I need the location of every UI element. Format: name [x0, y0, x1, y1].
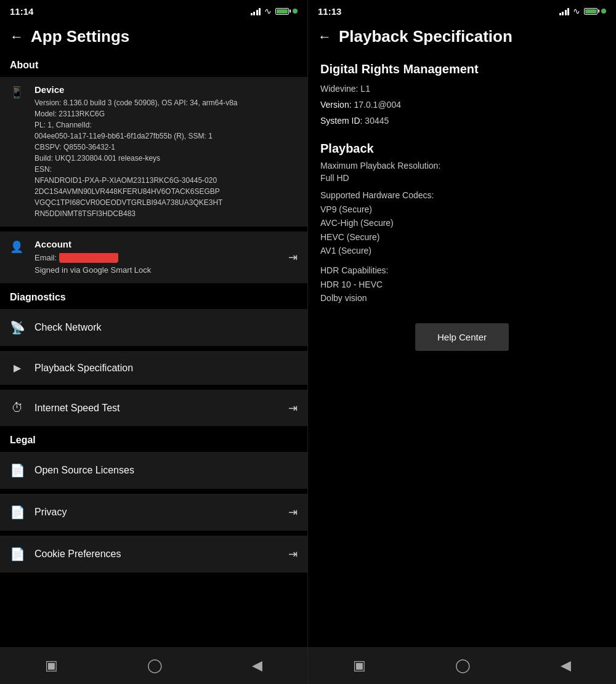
- device-title: Device: [34, 84, 298, 95]
- nav-bar-right: ▣ ◯ ◀: [308, 647, 616, 684]
- dot-icon-right: [601, 9, 606, 14]
- nav-bar-left: ▣ ◯ ◀: [0, 647, 307, 684]
- drm-sysid-row: System ID: 30445: [320, 115, 604, 127]
- account-arrow: ⇥: [288, 251, 298, 264]
- drm-widevine-row: Widevine: L1: [320, 82, 604, 95]
- max-res-label: Maximum Playback Resolution:: [320, 161, 604, 171]
- page-title-right: Playback Specification: [339, 27, 513, 46]
- account-icon: 👤: [10, 240, 23, 254]
- codec-av1: AV1 (Secure): [320, 244, 604, 257]
- account-signed-in: Signed in via Google Smart Lock: [34, 264, 298, 276]
- internet-speed-icon: ⏱: [10, 401, 25, 415]
- internet-speed-label: Internet Speed Test: [34, 403, 278, 414]
- codecs-list: VP9 (Secure) AVC-High (Secure) HEVC (Sec…: [320, 203, 604, 258]
- help-center-button[interactable]: Help Center: [415, 323, 509, 351]
- open-source-icon: 📄: [10, 463, 25, 478]
- drm-version-row: Version: 17.0.1@004: [320, 99, 604, 111]
- back-button-right[interactable]: ←: [318, 29, 331, 45]
- section-about: About: [0, 54, 307, 74]
- privacy-label: Privacy: [34, 507, 278, 518]
- playback-spec-label: Playback Specification: [34, 363, 298, 374]
- cookie-label: Cookie Preferences: [34, 549, 278, 560]
- status-bar-right: 11:13 ∿: [308, 0, 616, 22]
- check-network-label: Check Network: [34, 322, 298, 333]
- nav-back-left[interactable]: ◀: [252, 658, 262, 674]
- time-right: 11:13: [318, 6, 341, 17]
- status-bar-left: 11:14 ∿: [0, 0, 307, 22]
- menu-item-privacy[interactable]: 📄 Privacy ⇥: [0, 494, 307, 531]
- page-title-left: App Settings: [31, 27, 129, 46]
- right-content: Digital Rights Management Widevine: L1 V…: [308, 54, 616, 647]
- left-panel: 11:14 ∿ ← App Settings About 📱 Device Ve…: [0, 0, 308, 684]
- wifi-icon-left: ∿: [264, 6, 272, 16]
- section-diagnostics: Diagnostics: [0, 286, 307, 307]
- hdr-value-1: Dolby vision: [320, 291, 604, 305]
- codec-vp9: VP9 (Secure): [320, 203, 604, 216]
- menu-item-cookie[interactable]: 📄 Cookie Preferences ⇥: [0, 536, 307, 573]
- nav-back-right[interactable]: ◀: [561, 658, 571, 674]
- email-value: ██████████: [59, 253, 118, 262]
- open-source-label: Open Source Licenses: [34, 465, 298, 476]
- email-label: Email:: [34, 253, 57, 262]
- account-title: Account: [34, 239, 298, 249]
- hdr-value-0: HDR 10 - HEVC: [320, 278, 604, 291]
- menu-item-open-source[interactable]: 📄 Open Source Licenses: [0, 452, 307, 489]
- cookie-arrow: ⇥: [288, 547, 298, 561]
- nav-circle-right[interactable]: ◯: [455, 658, 471, 674]
- device-card: 📱 Device Version: 8.136.0 build 3 (code …: [0, 77, 307, 227]
- dot-icon-left: [293, 9, 298, 14]
- internet-speed-arrow: ⇥: [288, 401, 298, 415]
- check-network-icon: 📡: [10, 320, 25, 335]
- hdr-label: HDR Capabilities:: [320, 265, 604, 275]
- battery-icon-left: [275, 8, 289, 15]
- codec-avc: AVC-High (Secure): [320, 216, 604, 230]
- page-header-right: ← Playback Specification: [308, 22, 616, 54]
- codecs-label: Supported Hardware Codecs:: [320, 190, 604, 200]
- cookie-icon: 📄: [10, 547, 25, 561]
- privacy-arrow: ⇥: [288, 505, 298, 519]
- nav-square-right[interactable]: ▣: [353, 658, 366, 674]
- signal-icon-right: [559, 7, 570, 15]
- time-left: 11:14: [10, 6, 33, 17]
- page-header-left: ← App Settings: [0, 22, 307, 54]
- playback-spec-icon: ▶: [10, 362, 25, 374]
- playback-title: Playback: [320, 142, 604, 156]
- device-details: Version: 8.136.0 build 3 (code 50908), O…: [34, 97, 298, 219]
- menu-item-internet-speed[interactable]: ⏱ Internet Speed Test ⇥: [0, 390, 307, 426]
- wifi-icon-right: ∿: [573, 6, 580, 16]
- status-icons-right: ∿: [559, 6, 607, 16]
- codec-hevc: HEVC (Secure): [320, 230, 604, 244]
- status-icons-left: ∿: [251, 6, 298, 16]
- device-icon: 📱: [10, 86, 23, 99]
- account-card: 👤 Account Email: ██████████ Signed in vi…: [0, 231, 307, 283]
- menu-item-check-network[interactable]: 📡 Check Network: [0, 309, 307, 346]
- back-button-left[interactable]: ←: [10, 29, 23, 45]
- nav-circle-left[interactable]: ◯: [147, 658, 163, 674]
- help-center-container: Help Center: [320, 305, 604, 361]
- signal-icon-left: [251, 7, 261, 15]
- menu-item-playback-spec[interactable]: ▶ Playback Specification: [0, 351, 307, 385]
- max-res-value: Full HD: [320, 173, 604, 183]
- battery-icon-right: [584, 8, 598, 15]
- right-panel: 11:13 ∿ ← Playback Specification Digital…: [308, 0, 616, 684]
- drm-title: Digital Rights Management: [320, 62, 604, 76]
- section-legal: Legal: [0, 429, 307, 449]
- account-email: Email: ██████████: [34, 252, 298, 264]
- hdr-section: HDR Capabilities: HDR 10 - HEVC Dolby vi…: [320, 265, 604, 305]
- nav-square-left[interactable]: ▣: [45, 658, 58, 674]
- privacy-icon: 📄: [10, 505, 25, 520]
